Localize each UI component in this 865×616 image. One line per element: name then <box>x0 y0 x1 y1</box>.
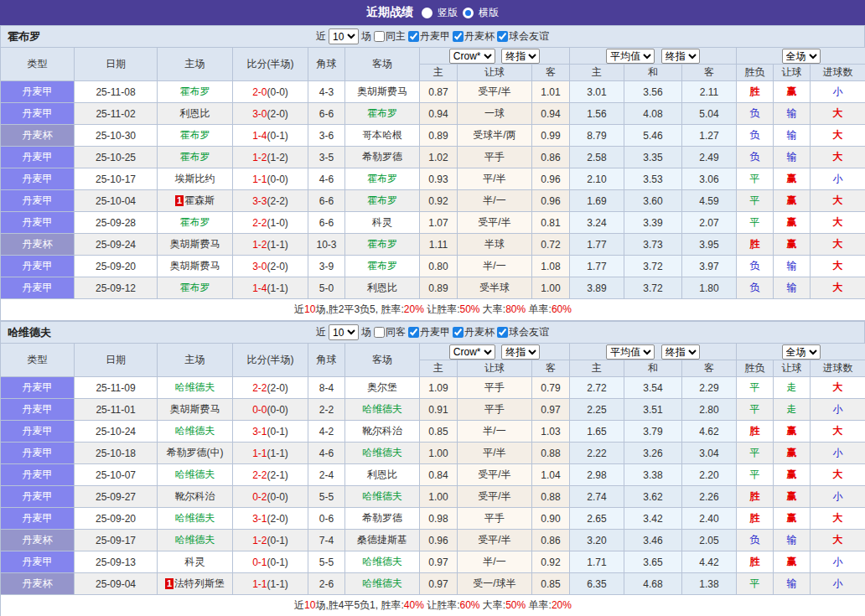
type-cell: 丹麦甲 <box>1 443 75 464</box>
type-cell: 丹麦杯 <box>1 530 75 551</box>
away-team-cell: 希勒罗德 <box>345 508 420 530</box>
cup-filter[interactable]: 丹麦杯 <box>453 325 495 339</box>
average-select[interactable]: 平均值 <box>606 344 655 360</box>
summary-highlight: 10 <box>304 303 315 315</box>
vertical-layout-label[interactable]: 竖版 <box>438 6 458 20</box>
away-team-cell: 霍布罗 <box>345 190 420 212</box>
score-cell: 1-1(0-0) <box>233 168 308 190</box>
goals-result-cell: 小 <box>811 486 865 508</box>
away-team-cell: 哈维德夫 <box>345 573 420 595</box>
corners-cell: 6-6 <box>308 103 345 125</box>
friendly-checkbox[interactable] <box>497 31 508 42</box>
odds-handicap-cell: 受平/半 <box>458 212 532 234</box>
away-team-cell: 利恩比 <box>345 464 420 486</box>
vertical-layout-radio[interactable] <box>422 8 432 18</box>
goals-result-cell: 大 <box>811 125 865 147</box>
corners-cell: 2-4 <box>308 464 345 486</box>
avg-away-cell: 2.07 <box>682 212 737 234</box>
match-count-select[interactable]: 10 <box>329 28 359 44</box>
unit-label: 场 <box>361 29 371 44</box>
avg-home-cell: 1.77 <box>570 256 624 277</box>
odds-away-cell: 0.96 <box>532 190 570 212</box>
avg-away-cell: 3.97 <box>682 256 737 277</box>
goals-result-cell: 大 <box>811 421 865 443</box>
home-team-cell: 奥胡斯费马 <box>158 256 233 277</box>
avg-home-cell: 6.35 <box>570 573 624 595</box>
away-team-cell: 桑德捷斯基 <box>345 530 420 551</box>
home-team-cell: 1法特列斯堡 <box>158 573 233 595</box>
odds-home-cell: 0.96 <box>420 530 458 551</box>
same-venue-checkbox[interactable] <box>374 31 385 42</box>
avg-draw-cell: 5.46 <box>624 125 682 147</box>
friendly-filter[interactable]: 球会友谊 <box>497 29 549 44</box>
bookmaker-select[interactable]: Crow* <box>449 49 495 64</box>
home-team-cell: 哈维德夫 <box>158 464 233 486</box>
corners-cell: 5-5 <box>308 551 345 573</box>
odds-away-cell: 0.88 <box>532 486 570 508</box>
full-match-select[interactable]: 全场 <box>782 344 821 360</box>
col-corner: 角球 <box>308 344 345 377</box>
date-cell: 25-10-07 <box>75 464 158 486</box>
avg-home-cell: 3.01 <box>570 81 624 103</box>
result-cell: 负 <box>737 125 774 147</box>
corners-cell: 4-3 <box>308 81 345 103</box>
avg-away-cell: 2.29 <box>682 377 737 399</box>
league-filter[interactable]: 丹麦甲 <box>408 29 450 44</box>
away-team-cell: 靴尔科治 <box>345 421 420 443</box>
avg-home-cell: 1.77 <box>570 234 624 256</box>
odds-handicap-cell: 平手 <box>458 399 532 421</box>
odds-home-cell: 0.91 <box>420 399 458 421</box>
friendly-filter[interactable]: 球会友谊 <box>497 325 549 339</box>
result-cell: 负 <box>737 277 774 299</box>
final-index-select[interactable]: 终指 <box>501 49 540 64</box>
league-filter[interactable]: 丹麦甲 <box>408 325 450 339</box>
horizontal-layout-radio[interactable] <box>463 8 474 18</box>
corners-cell: 4-2 <box>308 421 345 443</box>
odds-home-cell: 0.80 <box>420 256 458 277</box>
home-team-cell: 霍布罗 <box>158 147 233 168</box>
col-handicap-result: 让球 <box>774 65 811 81</box>
match-row: 丹麦甲25-10-25霍布罗1-2(1-2)3-5希勒罗德1.02平手0.862… <box>1 147 865 168</box>
handicap-result-cell: 走 <box>774 377 811 399</box>
near-label: 近 <box>316 325 326 339</box>
date-cell: 25-11-09 <box>75 377 158 399</box>
avg-home-cell: 2.58 <box>570 147 624 168</box>
same-venue-filter[interactable]: 同主 <box>374 29 406 44</box>
goals-result-cell: 小 <box>811 168 865 190</box>
cup-checkbox[interactable] <box>453 327 464 338</box>
match-row: 丹麦甲25-10-24哈维德夫3-1(0-1)4-2靴尔科治0.85半/一1.0… <box>1 421 865 443</box>
final-index-select-2[interactable]: 终指 <box>661 49 700 64</box>
league-checkbox[interactable] <box>408 327 419 338</box>
odds-away-cell: 1.03 <box>532 421 570 443</box>
horizontal-layout-label[interactable]: 横版 <box>479 6 499 20</box>
final-index-select[interactable]: 终指 <box>501 344 540 360</box>
final-index-select-2[interactable]: 终指 <box>661 344 700 360</box>
full-match-select[interactable]: 全场 <box>782 49 821 64</box>
friendly-checkbox[interactable] <box>497 327 508 338</box>
average-select[interactable]: 平均值 <box>606 49 655 64</box>
summary-segment: 让胜率: <box>424 303 460 315</box>
date-cell: 25-11-08 <box>75 81 158 103</box>
avg-away-cell: 1.27 <box>682 125 737 147</box>
same-venue-filter[interactable]: 同客 <box>374 325 406 339</box>
avg-away-cell: 2.49 <box>682 147 737 168</box>
bookmaker-select[interactable]: Crow* <box>449 344 495 360</box>
match-count-select[interactable]: 10 <box>329 324 359 340</box>
handicap-result-cell: 赢 <box>774 190 811 212</box>
league-checkbox[interactable] <box>408 31 419 42</box>
avg-draw-cell: 3.56 <box>624 81 682 103</box>
col-away: 客场 <box>345 344 420 377</box>
result-cell: 平 <box>737 168 774 190</box>
result-cell: 胜 <box>737 81 774 103</box>
cup-checkbox[interactable] <box>453 31 464 42</box>
cup-label: 丹麦杯 <box>464 29 495 44</box>
avg-away-cell: 4.59 <box>682 190 737 212</box>
cup-filter[interactable]: 丹麦杯 <box>453 29 495 44</box>
goals-result-cell: 小 <box>811 551 865 573</box>
avg-away-cell: 4.42 <box>682 551 737 573</box>
same-venue-checkbox[interactable] <box>374 327 385 338</box>
avg-home-cell: 3.89 <box>570 277 624 299</box>
avg-draw-cell: 3.72 <box>624 256 682 277</box>
result-cell: 平 <box>737 190 774 212</box>
handicap-result-cell: 输 <box>774 530 811 551</box>
